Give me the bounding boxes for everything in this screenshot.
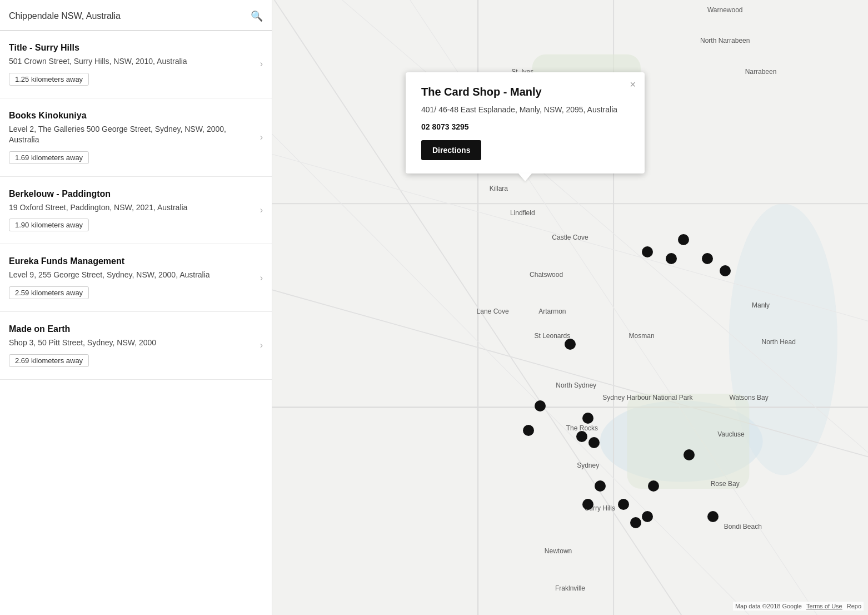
popup-close-button[interactable]: × [630,79,636,91]
map-pin[interactable] [648,480,659,492]
map-pin[interactable] [523,425,534,436]
store-item[interactable]: Made on Earth Shop 3, 50 Pitt Street, Sy… [0,312,272,380]
store-item[interactable]: Books Kinokuniya Level 2, The Galleries … [0,98,272,177]
map-pin[interactable] [678,234,689,245]
map-pin[interactable] [535,400,546,411]
store-item[interactable]: Title - Surry Hills 501 Crown Street, Su… [0,31,272,98]
map-pin[interactable] [582,413,593,424]
map-pin[interactable] [642,511,653,522]
store-name: Eureka Funds Management [9,256,263,266]
search-input[interactable] [9,11,251,21]
store-list-panel: 🔍 Title - Surry Hills 501 Crown Street, … [0,0,272,615]
search-icon[interactable]: 🔍 [251,10,263,22]
map-pin[interactable] [618,499,629,510]
store-address: Level 9, 255 George Street, Sydney, NSW,… [9,270,263,281]
store-name: Books Kinokuniya [9,111,263,121]
store-distance: 2.69 kilometers away [9,354,89,367]
map-pin[interactable] [707,511,719,522]
chevron-right-icon: › [260,132,263,142]
map-pin[interactable] [666,253,677,264]
store-distance: 1.25 kilometers away [9,73,89,86]
store-name: Made on Earth [9,324,263,334]
map-pin[interactable] [565,339,576,350]
report-label: Repo [847,603,861,609]
map-pin[interactable] [720,265,731,276]
store-list: Title - Surry Hills 501 Crown Street, Su… [0,31,272,380]
chevron-right-icon: › [260,340,263,350]
store-address: Shop 3, 50 Pitt Street, Sydney, NSW, 200… [9,338,263,349]
chevron-right-icon: › [260,205,263,215]
store-address: 19 Oxford Street, Paddington, NSW, 2021,… [9,202,263,214]
search-bar: 🔍 [0,0,272,31]
store-distance: 1.90 kilometers away [9,219,89,231]
store-name: Title - Surry Hills [9,43,263,53]
store-distance: 2.59 kilometers away [9,286,89,299]
map-pin[interactable] [576,431,587,442]
terms-of-use-link[interactable]: Terms of Use [806,603,842,609]
map-pin[interactable] [642,246,653,257]
chevron-right-icon: › [260,59,263,69]
store-item[interactable]: Eureka Funds Management Level 9, 255 Geo… [0,244,272,312]
map-pin[interactable] [595,480,606,492]
store-address: Level 2, The Galleries 500 George Street… [9,124,263,146]
directions-button[interactable]: Directions [421,140,481,160]
map-panel: Google WarnewoodNorth NarrabeenNarrabeen… [272,0,868,615]
map-pin[interactable] [588,437,600,448]
popup-title: The Card Shop - Manly [421,86,629,98]
map-pin[interactable] [582,499,593,510]
info-popup: × The Card Shop - Manly 401/ 46-48 East … [406,72,645,173]
map-pin[interactable] [630,517,641,528]
map-data-text: Map data ©2018 Google [735,603,802,609]
store-name: Berkelouw - Paddington [9,189,263,199]
store-item[interactable]: Berkelouw - Paddington 19 Oxford Street,… [0,177,272,245]
map-pin[interactable] [684,449,695,460]
map-pin[interactable] [702,253,713,264]
map-attribution: Map data ©2018 Google Terms of Use Repo [733,602,864,611]
popup-phone: 02 8073 3295 [421,122,629,131]
store-address: 501 Crown Street, Surry Hills, NSW, 2010… [9,56,263,67]
store-distance: 1.69 kilometers away [9,151,89,164]
popup-address: 401/ 46-48 East Esplanade, Manly, NSW, 2… [421,104,629,116]
chevron-right-icon: › [260,273,263,283]
